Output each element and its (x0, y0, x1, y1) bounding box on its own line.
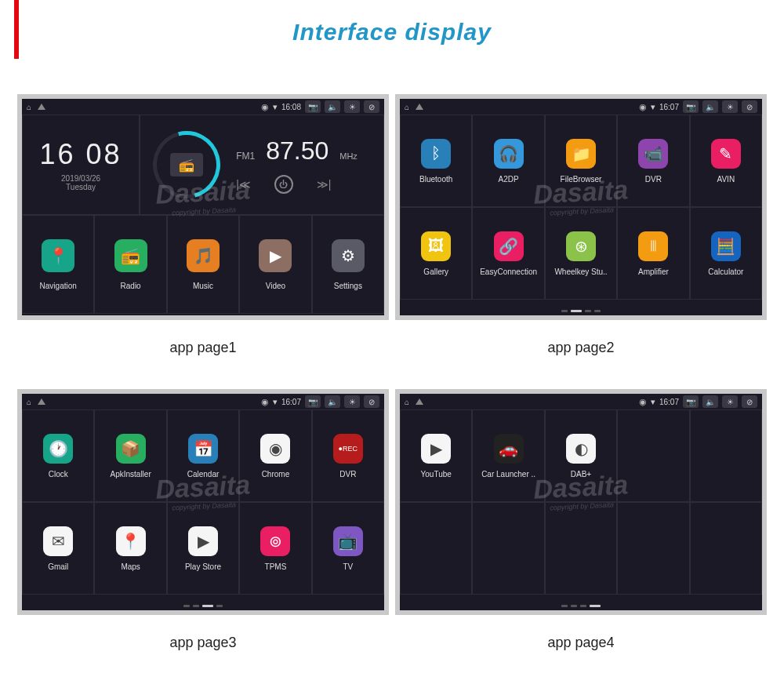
caption: app page1 (17, 320, 389, 373)
clock-widget[interactable]: 16 08 2019/03/26 Tuesday (22, 115, 140, 215)
brightness-icon[interactable]: ☀ (344, 100, 360, 113)
app-tile-car-launcher-[interactable]: 🚗Car Launcher .. (472, 409, 544, 502)
app-label: Gmail (48, 562, 68, 571)
app-label: DAB+ (571, 470, 591, 478)
app-tile-a2dp[interactable]: 🎧A2DP (472, 115, 544, 207)
status-bar: ⌂ ◉ ▾ 16:07 📷 🔈 ☀ ⊘ (400, 99, 762, 115)
app-tile-filebrowser[interactable]: 📁FileBrowser (545, 115, 617, 207)
app-label: Calculator (708, 267, 743, 276)
accent-bar (14, 0, 19, 59)
camera-icon[interactable]: 📷 (683, 100, 699, 113)
prev-icon[interactable]: |≪ (236, 178, 251, 191)
app-tile-video[interactable]: ▶Video (239, 215, 311, 314)
clock-icon: 🕐 (43, 434, 73, 464)
volume-icon[interactable]: 🔈 (702, 395, 718, 408)
cal-icon: 📅 (188, 434, 218, 464)
play-icon: ▶ (188, 526, 218, 556)
app-tile-apkinstaller[interactable]: 📦ApkInstaller (94, 409, 166, 502)
caption: app page2 (395, 320, 767, 373)
page-indicator (183, 605, 223, 607)
eq-icon: ⫴ (638, 231, 668, 261)
screen-off-icon[interactable]: ⊘ (742, 100, 757, 113)
brightness-icon[interactable]: ☀ (722, 395, 738, 408)
home-icon[interactable]: ⌂ (27, 103, 31, 111)
app-tile-calendar[interactable]: 📅Calendar (167, 409, 239, 502)
gmail-icon: ✉ (43, 526, 73, 556)
app-tile-settings[interactable]: ⚙Settings (312, 215, 384, 314)
app-label: Radio (121, 282, 141, 290)
caption: app page4 (395, 615, 767, 668)
app-label: Clock (49, 470, 68, 478)
screen-off-icon[interactable]: ⊘ (364, 100, 379, 113)
app-tile-avin[interactable]: ✎AVIN (690, 115, 762, 207)
wifi-icon: ▾ (651, 397, 655, 407)
screen-page3: ⌂ ◉ ▾ 16:07 📷 🔈 ☀ ⊘ 🕐Clock📦ApkInstaller📅… (17, 389, 389, 615)
app-tile-youtube[interactable]: ▶YouTube (400, 409, 472, 502)
brightness-icon[interactable]: ☀ (344, 395, 360, 408)
radio-dial: 📻 (140, 118, 232, 210)
status-time: 16:08 (281, 103, 301, 111)
app-tile-dvr[interactable]: 📹DVR (617, 115, 689, 207)
app-label: Calendar (187, 470, 220, 478)
home-icon[interactable]: ⌂ (405, 398, 409, 406)
app-tile-tv[interactable]: 📺TV (312, 502, 384, 595)
app-label: Bluetooth (419, 175, 452, 184)
app-tile-amplifier[interactable]: ⫴Amplifier (617, 207, 689, 300)
screenshot-grid: ⌂ ◉ ▾ 16:08 📷 🔈 ☀ ⊘ 16 08 2019/03/26 (0, 63, 784, 668)
screen-off-icon[interactable]: ⊘ (364, 395, 379, 408)
wifi-icon: ▾ (273, 397, 278, 407)
app-tile-maps[interactable]: 📍Maps (94, 502, 166, 595)
app-tile-wheelkey-stu-[interactable]: ⊛Wheelkey Stu.. (545, 207, 617, 300)
tpms-icon: ⊚ (260, 526, 290, 556)
camera-icon[interactable]: 📷 (683, 395, 699, 408)
back-icon[interactable] (38, 398, 45, 405)
pin-icon: 📍 (42, 239, 74, 272)
brightness-icon[interactable]: ☀ (722, 100, 738, 113)
volume-icon[interactable]: 🔈 (702, 100, 718, 113)
radio-widget[interactable]: 📻 FM1 87.50 MHz |≪ ⏻ ≫| (140, 115, 384, 215)
app-label: ApkInstaller (110, 470, 151, 478)
app-tile-music[interactable]: 🎵Music (167, 215, 239, 314)
app-tile-gmail[interactable]: ✉Gmail (22, 502, 94, 595)
app-tile-radio[interactable]: 📻Radio (94, 215, 166, 314)
back-icon[interactable] (416, 398, 423, 405)
empty-tile (617, 502, 689, 595)
back-icon[interactable] (38, 104, 45, 110)
maps-icon: 📍 (116, 526, 146, 556)
app-tile-gallery[interactable]: 🖼Gallery (400, 207, 472, 300)
app-tile-clock[interactable]: 🕐Clock (22, 409, 94, 502)
power-icon[interactable]: ⏻ (274, 175, 293, 194)
app-tile-dvr[interactable]: ●RECDVR (312, 409, 384, 502)
home-icon[interactable]: ⌂ (27, 398, 31, 406)
status-bar: ⌂ ◉ ▾ 16:08 📷 🔈 ☀ ⊘ (22, 99, 384, 115)
camera-icon[interactable]: 📷 (305, 395, 321, 408)
app-label: Maps (121, 562, 140, 571)
car-icon: 🚗 (494, 434, 524, 464)
tv-icon: 📺 (333, 526, 363, 556)
volume-icon[interactable]: 🔈 (325, 395, 340, 408)
app-label: YouTube (421, 470, 452, 478)
screen-page2: ⌂ ◉ ▾ 16:07 📷 🔈 ☀ ⊘ ᛒBluetooth🎧A2DP📁File… (395, 94, 767, 320)
home-icon[interactable]: ⌂ (405, 103, 409, 111)
camera-icon[interactable]: 📷 (305, 100, 321, 113)
app-label: AVIN (717, 175, 735, 184)
app-label: Music (193, 282, 213, 290)
app-label: FileBrowser (561, 175, 602, 184)
app-tile-play-store[interactable]: ▶Play Store (167, 502, 239, 595)
next-icon[interactable]: ≫| (317, 178, 332, 191)
back-icon[interactable] (416, 104, 423, 110)
app-tile-chrome[interactable]: ◉Chrome (239, 409, 311, 502)
app-label: Play Store (185, 562, 221, 571)
app-tile-bluetooth[interactable]: ᛒBluetooth (400, 115, 472, 207)
app-tile-navigation[interactable]: 📍Navigation (22, 215, 94, 314)
screen-off-icon[interactable]: ⊘ (742, 395, 757, 408)
radio-unit: MHz (339, 151, 358, 161)
app-label: Chrome (262, 470, 290, 478)
app-tile-calculator[interactable]: 🧮Calculator (690, 207, 762, 300)
app-tile-dab-[interactable]: ◐DAB+ (545, 409, 617, 502)
empty-tile (690, 502, 762, 595)
empty-tile (400, 502, 472, 595)
app-tile-easyconnection[interactable]: 🔗EasyConnection (472, 207, 544, 300)
volume-icon[interactable]: 🔈 (325, 100, 340, 113)
app-tile-tpms[interactable]: ⊚TPMS (239, 502, 311, 595)
